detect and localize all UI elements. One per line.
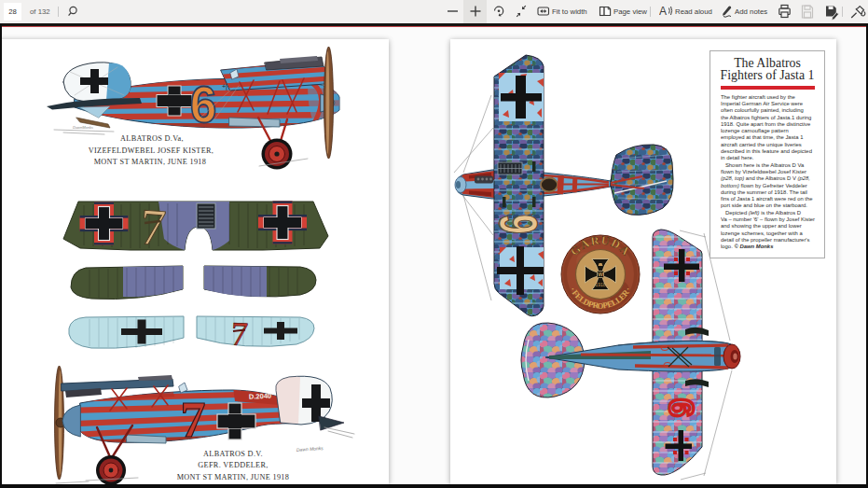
svg-text:ALBATROS D.V.: ALBATROS D.V. <box>203 450 263 458</box>
svg-text:Dawn Monks: Dawn Monks <box>296 445 324 453</box>
svg-text:6: 6 <box>190 75 217 132</box>
svg-text:7: 7 <box>181 392 206 448</box>
svg-text:GEFR. VEDDELER,: GEFR. VEDDELER, <box>198 461 268 469</box>
svg-text:7: 7 <box>230 315 249 354</box>
svg-text:1918: 1918 <box>595 282 605 287</box>
svg-text:7: 7 <box>138 198 168 257</box>
svg-text:DawnMonks: DawnMonks <box>73 125 93 130</box>
svg-text:W: W <box>598 272 603 277</box>
svg-text:ALBATROS D.Va,: ALBATROS D.Va, <box>120 134 184 143</box>
svg-text:VIZEFELDWEBEL JOSEF KISTER,: VIZEFELDWEBEL JOSEF KISTER, <box>89 146 214 155</box>
svg-text:D.2040: D.2040 <box>249 392 272 401</box>
svg-text:MONT ST MARTIN, JUNE 1918: MONT ST MARTIN, JUNE 1918 <box>177 473 290 481</box>
svg-text:A: A <box>659 5 667 18</box>
svg-text:6: 6 <box>489 214 548 233</box>
svg-text:6: 6 <box>662 398 700 417</box>
svg-text:MONT ST MARTIN, JUNE 1918: MONT ST MARTIN, JUNE 1918 <box>94 158 207 166</box>
